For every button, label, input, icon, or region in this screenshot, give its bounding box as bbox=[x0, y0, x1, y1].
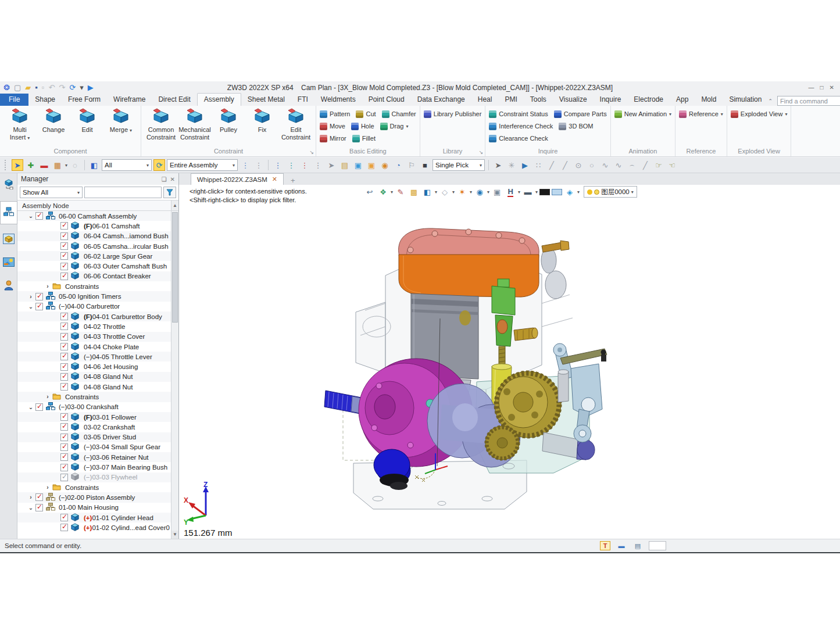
visibility-checkbox[interactable]: ✓ bbox=[60, 363, 68, 371]
tree-row[interactable]: ›✓(−)02-00 Piston Assembly bbox=[17, 492, 171, 502]
solid-view-tab[interactable] bbox=[1, 232, 16, 248]
scope-icon[interactable]: ⟳ bbox=[153, 159, 165, 171]
visibility-checkbox[interactable]: ✓ bbox=[35, 493, 43, 501]
move-button[interactable]: Move bbox=[320, 123, 345, 130]
win-restore-icon[interactable]: □ bbox=[820, 84, 824, 91]
tree-row[interactable]: ⌄✓01-00 Main Housing bbox=[17, 503, 171, 513]
visibility-checkbox[interactable]: ✓ bbox=[60, 222, 68, 230]
tree-row[interactable]: ›Constraints bbox=[17, 392, 171, 402]
visibility-checkbox[interactable]: ✓ bbox=[60, 343, 68, 350]
menu-tab-pmi[interactable]: PMI bbox=[498, 94, 523, 106]
visibility-checkbox[interactable]: ✓ bbox=[60, 232, 68, 240]
tree-row[interactable]: ✓04-06 Jet Housing bbox=[17, 361, 171, 371]
tree-row[interactable]: ✓(+)01-01 Cylinder Head bbox=[17, 513, 171, 522]
monitor-toggle-icon[interactable]: ▬ bbox=[616, 541, 627, 550]
manager-float-icon[interactable]: ❏ bbox=[162, 176, 167, 182]
menu-tab-direct-edit[interactable]: Direct Edit bbox=[152, 94, 196, 106]
win-close-icon[interactable]: ✕ bbox=[830, 84, 834, 91]
pick-arrow-icon[interactable]: ➤ bbox=[326, 159, 337, 171]
chamfer-button[interactable]: Chamfer bbox=[382, 110, 416, 118]
scrollbar-thumb[interactable] bbox=[172, 212, 178, 323]
section-view-icon-caret[interactable]: ▾ bbox=[470, 189, 472, 195]
blue-swatch-icon[interactable] bbox=[552, 189, 562, 195]
section-view-icon[interactable]: ✶ bbox=[456, 186, 468, 198]
menu-tab-simulation[interactable]: Simulation bbox=[723, 94, 768, 106]
menu-tab-point-cloud[interactable]: Point Cloud bbox=[362, 94, 411, 106]
visibility-checkbox[interactable]: ✓ bbox=[60, 453, 68, 461]
tree-row[interactable]: ✓04-03 Throttle Cover bbox=[17, 332, 171, 342]
visibility-checkbox[interactable]: ✓ bbox=[60, 423, 68, 431]
change-button[interactable]: Change bbox=[37, 107, 70, 134]
assembly-tree-tab[interactable] bbox=[0, 201, 17, 224]
black-swatch-icon[interactable] bbox=[539, 189, 550, 195]
layer-combo[interactable]: 图层0000▾ bbox=[584, 186, 637, 198]
tree-row[interactable]: ✓04-02 Throttle bbox=[17, 321, 171, 331]
menu-tab-file[interactable]: File bbox=[0, 94, 28, 106]
visibility-checkbox[interactable]: ✓ bbox=[60, 434, 68, 441]
expand-open-icon[interactable]: ⌄ bbox=[26, 504, 35, 511]
visibility-checkbox[interactable]: ✓ bbox=[60, 524, 68, 531]
user-view-icon[interactable]: ◉ bbox=[379, 159, 391, 171]
tree-row[interactable]: ✓06-02 Large Spur Gear bbox=[17, 251, 171, 261]
bulb-icon[interactable] bbox=[587, 189, 592, 195]
tree-row[interactable]: ✓(+)01-02 Cylind...ead Cover0 bbox=[17, 522, 171, 532]
visibility-checkbox[interactable]: ✓ bbox=[35, 293, 43, 300]
visibility-checkbox[interactable]: ✓ bbox=[60, 263, 68, 270]
scope-combo[interactable]: Entire Assembly▾ bbox=[167, 159, 238, 171]
zoom-window-icon-caret[interactable]: ▾ bbox=[487, 189, 489, 195]
display-monitor-icon[interactable]: ▬ bbox=[522, 186, 534, 198]
save-icon[interactable]: ▪ bbox=[35, 83, 38, 92]
expand-closed-icon[interactable]: › bbox=[26, 494, 35, 500]
manager-close-icon[interactable]: ✕ bbox=[170, 176, 175, 182]
tree-row[interactable]: ✓04-04 Choke Plate bbox=[17, 342, 171, 352]
find-command-input[interactable]: Find a command bbox=[777, 96, 840, 106]
snap-slash-icon[interactable]: ╱ bbox=[639, 159, 651, 171]
tree-filter-button[interactable] bbox=[163, 187, 176, 198]
visibility-checkbox[interactable]: ✓ bbox=[35, 504, 43, 511]
ribbon-collapse-icon[interactable]: ⌃ bbox=[768, 98, 773, 104]
menu-tab-assembly[interactable]: Assembly bbox=[197, 93, 241, 106]
tree-row[interactable]: ✓(−)03-06 Retainer Nut bbox=[17, 452, 171, 462]
snap-arc-icon[interactable]: ⌢ bbox=[626, 159, 638, 171]
edit-constraint-button[interactable]: EditConstraint bbox=[280, 107, 312, 141]
visibility-checkbox[interactable]: ✓ bbox=[35, 212, 43, 220]
flag-marker-icon[interactable]: ⚐ bbox=[406, 159, 417, 171]
clearance-check-button[interactable]: Clearance Check bbox=[489, 135, 548, 142]
user-role-tab[interactable] bbox=[1, 279, 16, 294]
shade-mode-icon[interactable]: ◧ bbox=[421, 186, 433, 198]
wireframe-mode-icon-caret[interactable]: ▾ bbox=[452, 189, 455, 195]
tree-row[interactable]: ✓(−)04-05 Throttle Lever bbox=[17, 352, 171, 361]
visibility-checkbox[interactable]: ✓ bbox=[60, 413, 68, 421]
exit-target-icon[interactable]: ↩ bbox=[364, 186, 376, 198]
state-unpack-icon[interactable]: ⋮ bbox=[299, 159, 310, 171]
snap-midline-icon[interactable]: ╱ bbox=[559, 159, 571, 171]
mirror-button[interactable]: Mirror bbox=[320, 135, 346, 142]
interference-check-button[interactable]: Interference Check bbox=[489, 123, 553, 130]
camshaft-housing[interactable] bbox=[399, 255, 539, 297]
tree-row[interactable]: ⌄✓06-00 Camshaft Assembly bbox=[17, 211, 171, 221]
menu-tab-weldments[interactable]: Weldments bbox=[314, 94, 362, 106]
expand-open-icon[interactable]: ⌄ bbox=[26, 303, 35, 310]
visibility-checkbox[interactable]: ✓ bbox=[60, 313, 68, 320]
visual-style-tab[interactable] bbox=[1, 256, 16, 271]
app-logo-icon[interactable]: ❂ bbox=[3, 83, 10, 92]
tree-row[interactable]: ›Constraints bbox=[17, 482, 171, 492]
viewport-3d-model[interactable] bbox=[179, 185, 840, 539]
expand-closed-icon[interactable]: › bbox=[43, 393, 52, 400]
visibility-checkbox[interactable]: ✓ bbox=[60, 464, 68, 471]
snap-polyline-icon[interactable]: ∿ bbox=[599, 159, 611, 171]
state-all-icon[interactable]: ⋮ bbox=[312, 159, 324, 171]
display-monitor-icon-caret[interactable]: ▾ bbox=[535, 189, 538, 195]
tab-close-icon[interactable]: ✕ bbox=[272, 176, 277, 183]
prompt-window-icon[interactable]: ▤ bbox=[632, 541, 643, 550]
undo-icon[interactable]: ↶ bbox=[48, 83, 55, 92]
pattern-component-icon-caret[interactable]: ▾ bbox=[65, 163, 67, 168]
tree-row[interactable]: ›Constraints bbox=[17, 281, 171, 291]
cut-button[interactable]: Cut bbox=[356, 110, 376, 118]
history-clock-icon[interactable]: ◔ bbox=[392, 159, 404, 171]
visibility-checkbox[interactable]: ✓ bbox=[35, 303, 43, 310]
tree-row[interactable]: ✓(F)04-01 Carburettor Body bbox=[17, 312, 171, 321]
snap-center-icon[interactable]: ⊙ bbox=[573, 159, 584, 171]
tree-row[interactable]: ✓06-04 Camsh...iamond Bush bbox=[17, 231, 171, 241]
constraint-status-button[interactable]: Constraint Status bbox=[489, 110, 548, 118]
